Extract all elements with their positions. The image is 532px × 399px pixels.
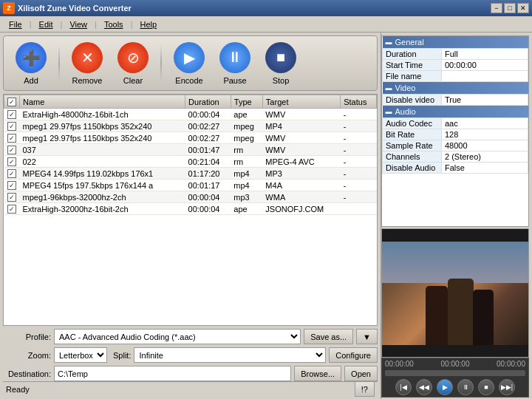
checkbox-7[interactable] — [7, 193, 16, 202]
save-as-button[interactable]: Save as... — [304, 329, 353, 344]
right-panel: ▬General Duration Full Start Time 00:00:… — [381, 33, 532, 399]
checkbox-4[interactable] — [7, 157, 16, 166]
configure-button[interactable]: Configure — [329, 347, 378, 363]
remove-icon: ✕ — [72, 42, 103, 73]
profile-label: Profile: — [3, 332, 51, 341]
row-check-8[interactable] — [4, 203, 20, 215]
add-button[interactable]: ➕ Add — [10, 39, 52, 88]
toolbar-sep-2 — [160, 45, 162, 82]
time-end: 00:00:00 — [497, 360, 525, 368]
destination-input[interactable] — [54, 366, 291, 381]
row-status-7: - — [341, 191, 377, 203]
close-button[interactable]: ✕ — [517, 3, 529, 13]
menu-tools[interactable]: Tools — [98, 18, 129, 30]
encode-button[interactable]: ▶ Encode — [168, 39, 211, 88]
row-check-3[interactable] — [4, 144, 20, 156]
row-check-4[interactable] — [4, 156, 20, 168]
checkbox-1[interactable] — [7, 122, 16, 131]
checkbox-2[interactable] — [7, 134, 16, 143]
table-row[interactable]: ExtraHigh-48000hz-16bit-1ch 00:00:04 ape… — [4, 109, 377, 120]
props-section-header-1[interactable]: ▬Video — [383, 82, 528, 95]
checkbox-0[interactable] — [7, 110, 16, 119]
table-row[interactable]: 037 00:01:47 rm WMV - — [4, 144, 377, 156]
split-select[interactable]: Infinite — [134, 347, 326, 363]
row-duration-5: 01:17:20 — [185, 168, 231, 180]
bottom-controls: Profile: AAC - Advanced Audio Coding (*.… — [3, 329, 378, 381]
remove-button[interactable]: ✕ Remove — [66, 39, 109, 88]
title-bar: Z Xilisoft Zune Video Converter − □ ✕ — [0, 0, 532, 16]
app-icon: Z — [3, 2, 15, 14]
time-row: 00:00:00 00:00:00 00:00:00 — [385, 360, 525, 368]
props-section-header-2[interactable]: ▬Audio — [383, 106, 528, 118]
properties-table: ▬General Duration Full Start Time 00:00:… — [382, 36, 528, 174]
time-current: 00:00:00 — [441, 360, 470, 368]
table-row[interactable]: mpeg1-96kbps-32000hz-2ch 00:00:04 mp3 WM… — [4, 191, 377, 203]
stop-icon: ■ — [265, 42, 296, 73]
table-row[interactable]: MPEG4 15fps 197.5kbps 176x144 a 00:01:17… — [4, 180, 377, 191]
fast-forward-button[interactable]: ▶▶| — [499, 379, 515, 395]
browse-button[interactable]: Browse... — [294, 366, 341, 381]
table-row[interactable]: mpeg1 29.97fps 1150kbps 352x240 00:02:27… — [4, 132, 377, 144]
checkbox-8[interactable] — [7, 205, 16, 214]
prop-name-2-1: Bit Rate — [383, 129, 442, 140]
menu-help[interactable]: Help — [134, 18, 163, 30]
table-row[interactable]: ExtraHigh-32000hz-16bit-2ch 00:00:04 ape… — [4, 203, 377, 215]
table-row[interactable]: mpeg1 29.97fps 1150kbps 352x240 00:02:27… — [4, 120, 377, 132]
zoom-select[interactable]: Letterbox — [54, 347, 107, 363]
help-button[interactable]: !? — [355, 381, 375, 397]
pause-button[interactable]: ⏸ Pause — [214, 39, 256, 88]
row-name-0: ExtraHigh-48000hz-16bit-1ch — [20, 109, 185, 120]
row-check-7[interactable] — [4, 191, 20, 203]
row-check-1[interactable] — [4, 120, 20, 132]
menu-sep-2: | — [59, 20, 64, 29]
table-row[interactable]: 022 00:21:04 rm MPEG-4 AVC - — [4, 156, 377, 168]
row-check-5[interactable] — [4, 168, 20, 180]
menu-view[interactable]: View — [64, 18, 93, 30]
select-all-checkbox[interactable] — [7, 98, 16, 106]
menu-sep-4: | — [129, 20, 134, 29]
maximize-button[interactable]: □ — [504, 3, 516, 13]
row-check-6[interactable] — [4, 180, 20, 191]
prop-name-2-2: Sample Rate — [383, 140, 442, 151]
seekbar[interactable] — [385, 370, 525, 376]
props-section-header-0[interactable]: ▬General — [383, 36, 528, 49]
checkbox-3[interactable] — [7, 146, 16, 154]
rewind-button[interactable]: ◀◀ — [416, 379, 432, 395]
stop-vid-button[interactable]: ■ — [478, 379, 494, 395]
stop-button[interactable]: ■ Stop — [259, 39, 302, 88]
prop-name-0-1: Start Time — [383, 60, 442, 71]
menu-file[interactable]: File — [3, 18, 28, 30]
row-check-0[interactable] — [4, 109, 20, 120]
file-table-body: ExtraHigh-48000hz-16bit-1ch 00:00:04 ape… — [4, 109, 377, 215]
dropdown-arrow-button[interactable]: ▼ — [356, 329, 378, 344]
preview-panel — [381, 228, 529, 358]
minimize-button[interactable]: − — [491, 3, 502, 13]
row-status-3: - — [341, 144, 377, 156]
row-check-2[interactable] — [4, 132, 20, 144]
row-name-3: 037 — [20, 144, 185, 156]
col-name: Name — [20, 95, 185, 109]
row-target-3: WMV — [262, 144, 340, 156]
play-button[interactable]: ▶ — [437, 379, 453, 395]
open-button[interactable]: Open — [344, 366, 378, 381]
table-row[interactable]: MPEG4 14.99fps 119.02kbps 176x1 01:17:20… — [4, 168, 377, 180]
checkbox-6[interactable] — [7, 181, 16, 190]
skip-back-button[interactable]: |◀ — [395, 379, 412, 395]
row-duration-6: 00:01:17 — [185, 180, 231, 191]
row-target-5: MP3 — [262, 168, 340, 180]
prop-name-0-2: File name — [383, 71, 442, 82]
pause-vid-button[interactable]: ⏸ — [457, 379, 474, 395]
clear-button[interactable]: ⊘ Clear — [112, 39, 154, 88]
person-silhouette-1 — [426, 286, 448, 345]
checkbox-5[interactable] — [7, 169, 16, 178]
prop-name-0-0: Duration — [383, 49, 442, 60]
prop-value-0-1: 00:00:00 — [442, 60, 528, 71]
row-status-5: - — [341, 168, 377, 180]
clear-label: Clear — [123, 76, 143, 85]
props-row-2-0: Audio Codec aac — [383, 118, 528, 129]
file-list-container[interactable]: Name Duration Type Target Status ExtraHi… — [3, 94, 378, 326]
menu-edit[interactable]: Edit — [33, 18, 59, 30]
profile-select[interactable]: AAC - Advanced Audio Coding (*.aac) — [54, 329, 301, 344]
row-type-3: rm — [231, 144, 262, 156]
main-container: ➕ Add ✕ Remove ⊘ Clear ▶ Encode ⏸ Pause — [0, 33, 532, 399]
